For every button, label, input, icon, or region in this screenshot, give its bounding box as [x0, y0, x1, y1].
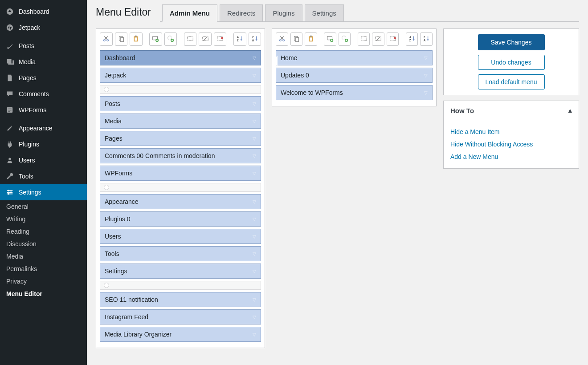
howto-header[interactable]: How To ▴: [444, 101, 579, 120]
sidebar-item-media[interactable]: Media: [0, 54, 87, 70]
menu-separator[interactable]: [100, 281, 261, 290]
copy-button[interactable]: [115, 32, 128, 46]
menu-item-jetpack[interactable]: Jetpack▽: [100, 68, 261, 83]
sidebar-subitem-media[interactable]: Media: [0, 250, 87, 263]
expand-icon[interactable]: ▽: [424, 56, 428, 61]
sidebar-subitem-general[interactable]: General: [0, 200, 87, 213]
sort-az-button[interactable]: AZ: [406, 32, 418, 46]
sidebar-subitem-permalinks[interactable]: Permalinks: [0, 263, 87, 275]
expand-icon[interactable]: ▽: [253, 171, 256, 176]
add-button[interactable]: [149, 32, 162, 46]
menu-item-label: SEO 11 notification: [105, 296, 158, 303]
sidebar-item-wpforms[interactable]: WPForms: [0, 102, 87, 118]
sidebar-subitem-discussion[interactable]: Discussion: [0, 238, 87, 250]
expand-icon[interactable]: ▽: [253, 199, 256, 204]
sidebar-item-plugins[interactable]: Plugins: [0, 136, 87, 152]
menu-item-wpforms[interactable]: WPForms▽: [100, 166, 261, 181]
expand-icon[interactable]: ▽: [253, 101, 256, 106]
add-sep-button[interactable]: [164, 32, 177, 46]
expand-icon[interactable]: ▽: [253, 269, 256, 274]
copy-icon: [292, 35, 300, 44]
sidebar-item-dashboard[interactable]: Dashboard: [0, 4, 87, 20]
expand-icon[interactable]: ▽: [253, 56, 256, 61]
howto-link[interactable]: Hide a Menu Item: [450, 126, 572, 138]
expand-icon[interactable]: ▽: [253, 234, 256, 239]
sort-az-button[interactable]: AZ: [233, 32, 246, 46]
expand-icon[interactable]: ▽: [253, 119, 256, 124]
menu-item-seo[interactable]: SEO 11 notification▽: [100, 292, 261, 307]
menu-item-dashboard[interactable]: Dashboard▽: [100, 50, 261, 65]
menu-item-users[interactable]: Users▽: [100, 229, 261, 244]
menu-item-label: Dashboard: [105, 54, 135, 61]
expand-icon[interactable]: ▽: [253, 217, 256, 222]
sidebar-item-settings[interactable]: Settings: [0, 184, 87, 200]
menu-item-updates[interactable]: Updates 0▽: [276, 68, 433, 83]
howto-link[interactable]: Add a New Menu: [450, 150, 572, 163]
sidebar-item-jetpack[interactable]: Jetpack: [0, 20, 87, 36]
howto-link[interactable]: Hide Without Blocking Access: [450, 138, 572, 150]
menu-item-settings[interactable]: Settings▽: [100, 264, 261, 279]
add-sep-button[interactable]: [339, 32, 351, 46]
sidebar-item-appearance[interactable]: Appearance: [0, 120, 87, 136]
undo-button[interactable]: Undo changes: [478, 55, 545, 70]
tab-settings[interactable]: Settings: [305, 4, 344, 21]
hide-button[interactable]: [358, 32, 370, 46]
sidebar-item-tools[interactable]: Tools: [0, 168, 87, 184]
menu-item-label: Updates 0: [281, 72, 309, 79]
delete-button[interactable]: [387, 32, 399, 46]
sort-za-button[interactable]: ZA: [249, 32, 261, 46]
menu-item-appearance[interactable]: Appearance▽: [100, 194, 261, 209]
expand-icon[interactable]: ▽: [424, 73, 428, 78]
paste-button[interactable]: [130, 32, 143, 46]
sidebar-item-posts[interactable]: Posts: [0, 38, 87, 54]
tab-admin-menu[interactable]: Admin Menu: [162, 4, 217, 22]
sidebar-item-pages[interactable]: Pages: [0, 70, 87, 86]
tools-icon: [5, 172, 14, 181]
cut-button[interactable]: [100, 32, 113, 46]
menu-item-tools[interactable]: Tools▽: [100, 246, 261, 261]
menu-separator[interactable]: [100, 183, 261, 192]
submenu-panel: AZZA Home▽Updates 0▽Welcome to WPForms▽: [272, 28, 437, 106]
cut-button[interactable]: [276, 32, 288, 46]
svg-point-7: [10, 191, 12, 193]
copy-button[interactable]: [290, 32, 303, 46]
sidebar-subitem-privacy[interactable]: Privacy: [0, 275, 87, 288]
menu-item-home[interactable]: Home▽: [276, 50, 433, 65]
menu-item-instagram[interactable]: Instagram Feed▽: [100, 309, 261, 324]
menu-item-media[interactable]: Media▽: [100, 114, 261, 129]
svg-point-2: [8, 158, 11, 160]
svg-text:A: A: [237, 36, 239, 39]
menu-item-media[interactable]: Media Library Organizer▽: [100, 327, 261, 342]
tab-redirects[interactable]: Redirects: [220, 4, 263, 21]
menu-item-welcome[interactable]: Welcome to WPForms▽: [276, 85, 433, 100]
add-button[interactable]: [324, 32, 336, 46]
sort-za-button[interactable]: ZA: [420, 32, 433, 46]
show-button[interactable]: [372, 32, 384, 46]
paste-button[interactable]: [305, 32, 317, 46]
sidebar-subitem-menu-editor[interactable]: Menu Editor: [0, 288, 87, 300]
delete-button[interactable]: [214, 32, 227, 46]
menu-item-posts[interactable]: Posts▽: [100, 96, 261, 111]
expand-icon[interactable]: ▽: [253, 136, 256, 141]
expand-icon[interactable]: ▽: [253, 73, 256, 78]
sidebar-item-comments[interactable]: Comments: [0, 86, 87, 102]
expand-icon[interactable]: ▽: [424, 90, 428, 95]
menu-item-plugins[interactable]: Plugins 0▽: [100, 211, 261, 227]
expand-icon[interactable]: ▽: [253, 154, 256, 158]
separator-handle-icon: [104, 87, 109, 92]
expand-icon[interactable]: ▽: [253, 251, 256, 256]
save-button[interactable]: Save Changes: [478, 34, 545, 50]
load-default-button[interactable]: Load default menu: [478, 74, 545, 89]
show-button[interactable]: [199, 32, 212, 46]
sidebar-subitem-writing[interactable]: Writing: [0, 213, 87, 225]
menu-item-pages[interactable]: Pages▽: [100, 131, 261, 146]
hide-button[interactable]: [184, 32, 197, 46]
expand-icon[interactable]: ▽: [253, 297, 256, 302]
tab-plugins[interactable]: Plugins: [265, 4, 302, 21]
menu-separator[interactable]: [100, 85, 261, 94]
expand-icon[interactable]: ▽: [253, 332, 256, 337]
menu-item-comments[interactable]: Comments 00 Comments in moderation▽: [100, 148, 261, 163]
sidebar-item-users[interactable]: Users: [0, 152, 87, 168]
expand-icon[interactable]: ▽: [253, 315, 256, 320]
sidebar-subitem-reading[interactable]: Reading: [0, 225, 87, 238]
